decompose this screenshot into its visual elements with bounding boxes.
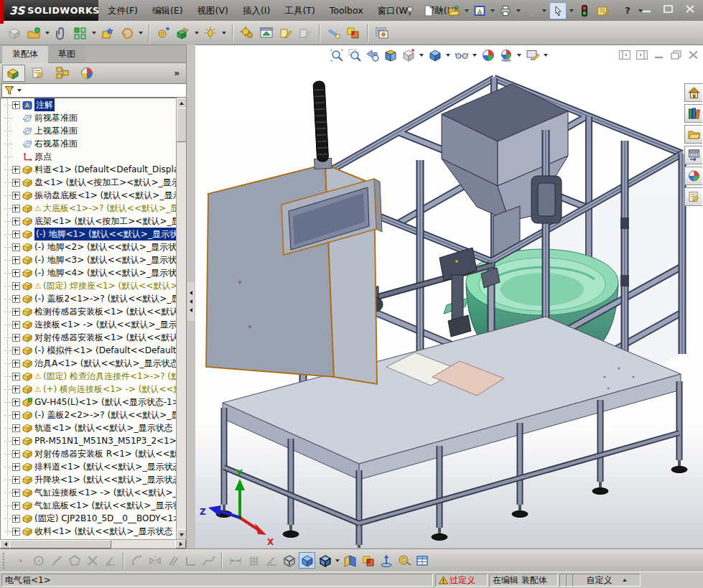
print-icon[interactable]	[498, 3, 513, 19]
publish-dropdown-arrow[interactable]	[490, 9, 495, 12]
tree-item[interactable]: ⚠ 右视基准面	[1, 137, 176, 150]
features-dropdown-arrow[interactable]	[195, 32, 199, 34]
help-icon[interactable]: ?	[620, 3, 636, 19]
open-icon[interactable]	[446, 3, 462, 19]
display-style-dropdown-arrow[interactable]	[335, 559, 340, 562]
solidworks-resources-icon[interactable]	[684, 83, 702, 102]
doc-restore-button[interactable]	[671, 50, 682, 62]
vertical-scroll-thumb[interactable]	[177, 108, 187, 142]
tree-item[interactable]: ⚠ 注解	[1, 98, 176, 111]
expander-icon[interactable]	[12, 192, 20, 200]
expander-icon[interactable]	[12, 295, 20, 303]
expander-icon[interactable]	[12, 101, 20, 109]
display-style-dropdown-arrow[interactable]	[446, 54, 450, 57]
tree-item[interactable]: ⚠ (-) 地脚<1> (默认<<默认>_显示状态	[1, 228, 176, 241]
property-manager-icon[interactable]	[27, 65, 50, 82]
splitter-collapse-handle[interactable]	[187, 282, 195, 321]
measure-icon[interactable]	[396, 552, 412, 569]
expander-icon[interactable]	[12, 463, 20, 471]
tree-item[interactable]: ⚠ 前视基准面	[1, 111, 176, 124]
collapse-left-button[interactable]	[619, 50, 630, 62]
publish-edrawing-icon[interactable]	[472, 3, 488, 19]
expander-icon[interactable]	[12, 269, 20, 277]
scene-dropdown-arrow[interactable]	[517, 54, 521, 57]
open-dropdown-arrow[interactable]	[465, 9, 469, 12]
expander-icon[interactable]	[12, 308, 20, 316]
tree-item[interactable]: ⚠ (固定) CJP2B10_5D__0__BODY<1> (默认	[1, 512, 176, 525]
section-view-icon[interactable]	[342, 552, 358, 569]
tree-vertical-scrollbar[interactable]	[176, 98, 186, 540]
edit-appearance-icon[interactable]	[480, 47, 495, 62]
panel-splitter[interactable]	[186, 45, 195, 548]
expander-icon[interactable]	[12, 205, 20, 213]
model-handle[interactable]	[310, 80, 332, 169]
orientation-dropdown-arrow[interactable]	[419, 54, 424, 57]
expander-icon[interactable]	[12, 166, 20, 174]
tree-item[interactable]: ⚠ 气缸底板<1> (默认<<默认>_显示状态	[1, 499, 176, 512]
expander-icon[interactable]	[12, 476, 20, 484]
new-document-icon[interactable]	[420, 3, 436, 19]
tree-item[interactable]: ⚠ (-) 地脚<2> (默认<<默认>_显示状态	[1, 241, 176, 253]
smart-fasteners-icon[interactable]	[99, 24, 116, 42]
expander-icon[interactable]	[12, 386, 20, 393]
open-part-icon[interactable]	[25, 24, 42, 42]
tree-item[interactable]: ⚠ 原点	[1, 150, 176, 163]
expander-icon[interactable]	[12, 230, 20, 238]
view-settings-icon[interactable]	[525, 47, 540, 62]
expander-icon[interactable]	[12, 450, 20, 458]
design-binder-icon[interactable]	[595, 3, 610, 19]
scroll-down-button[interactable]	[177, 529, 187, 540]
tree-item[interactable]: ⚠ 连接板<1> -> (默认<<默认>_显示状态	[1, 318, 176, 331]
view-orientation-icon[interactable]	[401, 47, 416, 62]
tree-item[interactable]: ⚠ 收料<1> (默认<<默认>_显示状态 1>)	[1, 525, 176, 538]
expander-icon[interactable]	[12, 373, 20, 381]
restore-button[interactable]	[661, 4, 676, 14]
select-cursor-icon[interactable]	[549, 2, 567, 19]
wireframe-icon[interactable]	[281, 552, 297, 569]
graphics-viewport[interactable]: Y Z X	[195, 45, 703, 548]
expander-icon[interactable]	[12, 179, 20, 187]
model-leveling-feet[interactable]	[216, 460, 687, 548]
hide-show-dropdown-arrow[interactable]	[472, 54, 477, 57]
interference-detection-icon[interactable]	[345, 24, 362, 42]
exploded-view-icon[interactable]	[202, 24, 219, 42]
move-component-icon[interactable]	[155, 24, 172, 42]
tree-item[interactable]: ⚠ 振动盘底板<1> (默认<<默认>_显示状	[1, 189, 176, 202]
tree-item[interactable]: ⚠ (固定) 焊接座<1> (默认<<默认>_显	[1, 279, 176, 292]
tree-item[interactable]: ⚠ (-) 地脚<4> (默认<<默认>_显示状态	[1, 266, 176, 279]
previous-view-icon[interactable]	[365, 47, 380, 62]
pattern-dropdown-arrow[interactable]	[92, 32, 96, 34]
tree-item[interactable]: ⚠ 升降块<1> (默认<<默认>_显示状态 1>	[1, 473, 176, 486]
doc-minimize-button[interactable]	[653, 50, 665, 62]
design-library-icon[interactable]	[684, 104, 702, 123]
toolbar-drag-handle[interactable]	[3, 553, 8, 569]
shaded-icon[interactable]	[299, 552, 315, 569]
tree-item[interactable]: ⚠ 检测传感器安装板<1> (默认<<默认>_显	[1, 305, 176, 318]
show-hidden-components-icon[interactable]	[258, 24, 275, 42]
assembly-features-icon[interactable]	[174, 24, 192, 42]
minimize-button[interactable]	[640, 4, 654, 14]
linear-component-pattern-icon[interactable]	[72, 24, 89, 42]
appearances-scenes-icon[interactable]	[684, 167, 702, 185]
custom-properties-icon[interactable]	[684, 187, 702, 206]
expander-icon[interactable]	[12, 218, 20, 225]
view-settings-dropdown-arrow[interactable]	[544, 54, 548, 57]
expander-icon[interactable]	[12, 282, 20, 290]
close-button[interactable]	[683, 4, 697, 14]
expander-icon[interactable]	[12, 398, 20, 406]
model-bowl-bracket[interactable]	[531, 176, 562, 223]
horizontal-scroll-thumb[interactable]	[9, 540, 111, 549]
menu-item[interactable]: 插入(I)	[236, 0, 277, 21]
menu-item[interactable]: 文件(F)	[101, 0, 145, 21]
menu-item[interactable]: Toolbox	[322, 0, 371, 21]
change-transparency-icon[interactable]	[325, 24, 343, 42]
assembly-3d-model[interactable]: Y Z X	[195, 45, 703, 548]
status-units[interactable]: 自定义	[572, 574, 641, 587]
motion-study-icon[interactable]	[238, 24, 256, 42]
traffic-light-icon[interactable]	[577, 3, 592, 19]
doc-close-button[interactable]	[688, 50, 699, 62]
scroll-right-button[interactable]	[175, 540, 186, 549]
new-dropdown-arrow[interactable]	[439, 9, 443, 12]
scroll-up-button[interactable]	[177, 98, 187, 108]
tree-item[interactable]: ⚠ 底架<1> (默认<按加工><默认>_显示状	[1, 215, 176, 228]
